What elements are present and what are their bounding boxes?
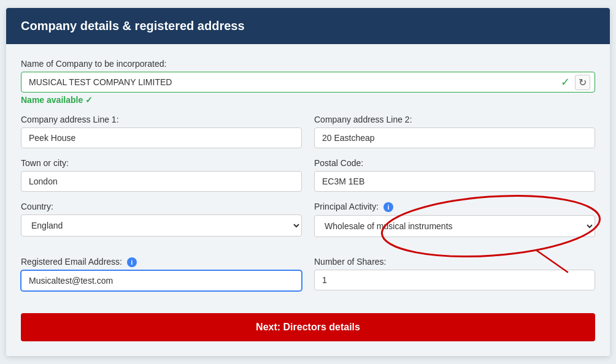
company-name-input[interactable] — [21, 72, 595, 93]
shares-input[interactable] — [314, 270, 595, 290]
town-postal-row: Town or city: Postal Code: — [21, 158, 595, 202]
card-header: Company details & registered address — [6, 8, 610, 44]
country-group: Country: England Scotland Wales Northern… — [21, 202, 302, 237]
shares-group: Number of Shares: — [314, 257, 595, 290]
shares-label: Number of Shares: — [314, 257, 595, 267]
address-line1-label: Company address Line 1: — [21, 115, 302, 124]
postal-label: Postal Code: — [314, 158, 595, 168]
checkmark-icon: ✓ — [561, 75, 570, 89]
name-available-text: Name available ✓ — [21, 95, 595, 105]
town-group: Town or city: — [21, 158, 302, 192]
address-row: Company address Line 1: Company address … — [21, 115, 595, 158]
next-button[interactable]: Next: Directors details — [21, 313, 595, 341]
principal-group: Principal Activity: i Wholesale of music… — [314, 202, 595, 237]
address-line1-group: Company address Line 1: — [21, 115, 302, 148]
principal-select[interactable]: Wholesale of musical instruments Retail … — [314, 215, 595, 237]
email-group: Registered Email Address: i — [21, 257, 302, 291]
company-name-label: Name of Company to be incorporated: — [21, 59, 595, 69]
company-name-group: Name of Company to be incorporated: ✓ ↻ … — [21, 59, 595, 105]
town-input[interactable] — [21, 171, 302, 192]
town-col: Town or city: — [21, 158, 302, 202]
company-details-card: Company details & registered address Nam… — [6, 8, 610, 356]
address-line2-col: Company address Line 2: — [314, 115, 595, 158]
email-col: Registered Email Address: i — [21, 257, 302, 301]
refresh-icon[interactable]: ↻ — [575, 75, 590, 90]
principal-label: Principal Activity: i — [314, 202, 595, 212]
email-shares-row: Registered Email Address: i Number of Sh… — [21, 257, 595, 301]
country-activity-row: Country: England Scotland Wales Northern… — [21, 202, 595, 247]
postal-group: Postal Code: — [314, 158, 595, 192]
country-label: Country: — [21, 202, 302, 211]
name-available-check-icon: ✓ — [85, 95, 93, 105]
country-col: Country: England Scotland Wales Northern… — [21, 202, 302, 247]
address-line1-input[interactable] — [21, 127, 302, 148]
principal-col: Principal Activity: i Wholesale of music… — [314, 202, 595, 247]
company-name-wrapper: ✓ ↻ — [21, 72, 595, 93]
company-name-icons: ✓ ↻ — [561, 75, 590, 90]
postal-input[interactable] — [314, 171, 595, 192]
page-title: Company details & registered address — [21, 19, 245, 32]
card-body: Name of Company to be incorporated: ✓ ↻ … — [6, 44, 610, 356]
address-line2-group: Company address Line 2: — [314, 115, 595, 148]
email-info-icon[interactable]: i — [127, 257, 137, 267]
email-label: Registered Email Address: i — [21, 257, 302, 267]
principal-info-icon[interactable]: i — [383, 202, 393, 212]
address-line2-input[interactable] — [314, 127, 595, 148]
address-line2-label: Company address Line 2: — [314, 115, 595, 124]
shares-col: Number of Shares: — [314, 257, 595, 301]
country-select[interactable]: England Scotland Wales Northern Ireland — [21, 214, 302, 237]
address-line1-col: Company address Line 1: — [21, 115, 302, 158]
town-label: Town or city: — [21, 158, 302, 168]
postal-col: Postal Code: — [314, 158, 595, 202]
email-input[interactable] — [21, 270, 302, 291]
